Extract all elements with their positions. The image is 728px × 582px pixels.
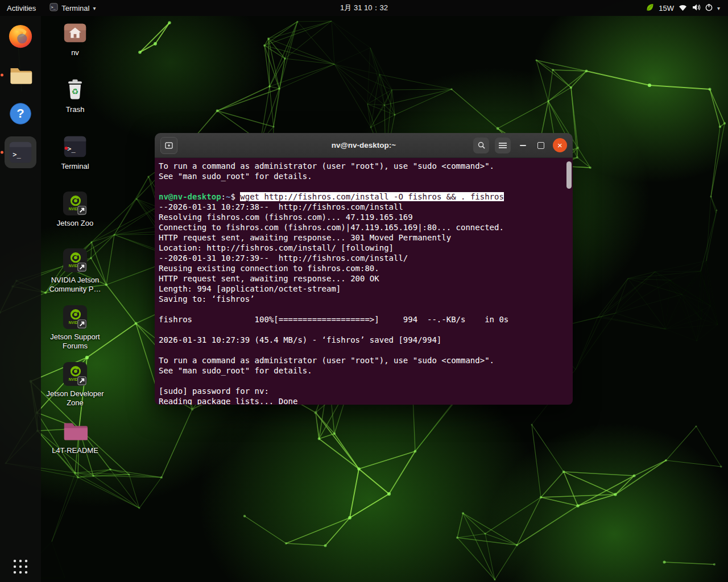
maximize-button[interactable] [535,139,547,152]
app-grid-icon [12,558,29,575]
desktop-icon-jetson-developer-zone[interactable]: NVIDIAJetson Developer Zone [46,360,105,408]
terminal-line: Connecting to fishros.com (fishros.com)|… [159,222,564,232]
search-icon [477,141,486,149]
terminal-line: nv@nv-desktop:~$ wget http://fishros.com… [159,192,564,202]
terminal-output[interactable]: To run a command as administrator (user … [155,158,573,405]
minimize-icon [520,145,526,146]
desktop-icon-l4t-readme[interactable]: L4T-README [46,417,105,455]
show-applications-button[interactable] [0,558,41,575]
focused-app-menu[interactable]: >_ Terminal ▾ [43,0,102,16]
firefox-icon [7,23,34,49]
home-folder-icon [62,20,88,46]
terminal-titlebar[interactable]: nv@nv-desktop:~ × [155,133,573,158]
desktop-icon-jetson-zoo[interactable]: NVIDIAJetson Zoo [46,190,105,228]
chevron-down-icon: ▾ [93,5,96,11]
desktop-icon-trash[interactable]: ♻Trash [46,76,105,114]
titlebar-controls: × [473,138,567,153]
svg-text:>_: >_ [51,5,56,10]
desktop-icons: nv♻Trash>_TerminalNVIDIAJetson ZooNVIDIA… [46,16,105,582]
terminal-line: --2026-01-31 10:27:38-- http://fishros.c… [159,202,564,212]
terminal-line: Length: 994 [application/octet-stream] [159,284,564,294]
search-button[interactable] [473,138,489,153]
minimize-button[interactable] [516,139,529,152]
chevron-down-icon: ▾ [717,5,720,11]
power-mode-leaf-icon [646,3,655,14]
new-tab-button[interactable] [160,137,177,154]
top-bar: Activities >_ Terminal ▾ 1月 31 10：32 15W [0,0,728,16]
svg-text:♻: ♻ [72,87,78,96]
wifi-icon [678,3,688,13]
files-icon [8,63,33,88]
folder-icon [62,418,88,444]
activities-button[interactable]: Activities [0,0,43,16]
dock-item-help[interactable]: ? [5,98,36,130]
desktop-icon-label: L4T-README [52,446,98,455]
desktop-icon-label: Trash [66,105,85,114]
terminal-line [159,304,564,314]
terminal-line: 2026-01-31 10:27:39 (45.4 MB/s) - ‘fishr… [159,335,564,345]
scrollbar-thumb[interactable] [566,161,572,189]
running-indicator [1,74,3,77]
menu-button[interactable] [495,138,511,153]
terminal-line: Resolving fishros.com (fishros.com)... 4… [159,212,564,222]
nvidia-link-icon: NVIDIA [62,304,88,330]
terminal-line: [sudo] password for nv: [159,386,564,396]
svg-text:?: ? [16,106,24,120]
desktop-icon-label: Jetson Zoo [57,219,93,228]
terminal-line: To run a command as administrator (user … [159,161,564,171]
trash-icon: ♻ [63,77,88,102]
power-icon [705,3,713,13]
terminal-app-icon: >_ [49,3,58,13]
dock-item-firefox[interactable] [5,20,36,52]
desktop-icon-label: nv [71,48,79,57]
terminal-line: Saving to: ‘fishros’ [159,294,564,304]
desktop: Activities >_ Terminal ▾ 1月 31 10：32 15W [0,0,728,582]
terminal-line: HTTP request sent, awaiting response... … [159,232,564,243]
desktop-icon-terminal[interactable]: >_Terminal [46,133,105,171]
desktop-icon-label: Terminal [61,162,89,171]
desktop-icon-label: NVIDIA Jetson Community P… [46,276,105,294]
terminal-line [159,325,564,335]
terminal-line: See "man sudo_root" for details. [159,171,564,181]
clock[interactable]: 1月 31 10：32 [333,0,395,16]
desktop-icon-nv[interactable]: nv [46,19,105,57]
desktop-icon-label: Jetson Developer Zone [46,389,105,408]
power-mode-label: 15W [659,4,674,13]
system-status-area[interactable]: 15W ▾ [639,0,728,16]
terminal-line: Reusing existing connection to fishros.c… [159,263,564,273]
terminal-line: Reading package lists... Done [159,396,564,405]
terminal-line [159,345,564,355]
svg-text:>_: >_ [67,145,76,153]
focused-app-label: Terminal [61,4,89,13]
volume-icon [692,3,701,13]
close-icon: × [557,141,562,149]
terminal-icon: >_ [8,140,33,165]
nvidia-link-icon: NVIDIA [62,247,88,273]
help-icon: ? [8,101,33,126]
terminal-line [159,376,564,386]
terminal-line: HTTP request sent, awaiting response... … [159,273,564,284]
dock-item-files[interactable] [5,59,36,91]
new-tab-icon [164,141,173,150]
terminal-window: nv@nv-desktop:~ × To run [155,133,573,405]
nvidia-link-icon: NVIDIA [62,361,88,387]
desktop-icon-label: Jetson Support Forums [46,332,105,351]
nvidia-link-icon: NVIDIA [62,190,88,217]
terminal-line: --2026-01-31 10:27:39-- http://fishros.c… [159,253,564,263]
desktop-icon-jetson-support-forums[interactable]: NVIDIAJetson Support Forums [46,304,105,351]
running-indicator [1,151,3,154]
desktop-icon-nvidia-jetson-community-p[interactable]: NVIDIANVIDIA Jetson Community P… [46,247,105,294]
dock: ?>_ [0,16,41,582]
terminal-line: fishros 100%[===================>] 994 -… [159,314,564,325]
terminal-icon: >_ [63,134,88,159]
hamburger-menu-icon [499,142,507,149]
terminal-line [159,181,564,192]
dock-item-terminal[interactable]: >_ [5,136,36,168]
svg-text:>_: >_ [13,151,21,159]
close-button[interactable]: × [553,138,567,152]
terminal-line: See "man sudo_root" for details. [159,365,564,376]
terminal-line: To run a command as administrator (user … [159,355,564,365]
terminal-line: Location: http://fishros.com/install/ [f… [159,243,564,253]
maximize-icon [537,142,544,149]
